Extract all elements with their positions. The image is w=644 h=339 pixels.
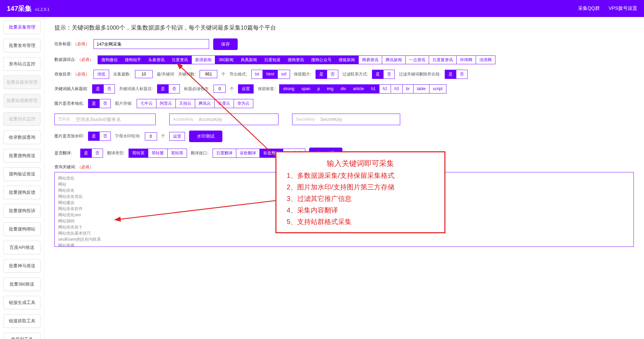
img-storage-tag[interactable]: 阿里云: [156, 99, 176, 108]
source-tag[interactable]: 一点资讯: [405, 55, 429, 64]
kw-count-unit: 个: [221, 71, 225, 77]
sidebar-item[interactable]: 批量发布管理: [3, 39, 40, 52]
source-tag[interactable]: 澎湃网: [476, 55, 495, 64]
source-tag[interactable]: 搜狐新闻: [335, 55, 359, 64]
keep-tag[interactable]: h3: [391, 84, 403, 93]
source-tag[interactable]: 百度资讯: [168, 55, 192, 64]
source-tag[interactable]: 环球网: [456, 55, 476, 64]
save-button[interactable]: 保存: [213, 38, 238, 50]
source-tag[interactable]: 头条资讯: [145, 55, 168, 64]
img-storage-tag[interactable]: 百度云: [214, 99, 234, 108]
source-tag[interactable]: 360新闻: [215, 55, 237, 64]
svg-line-0: [180, 66, 275, 156]
sources-label: 数据源综合:（必填）: [54, 57, 94, 63]
export-format-tag[interactable]: html: [262, 70, 278, 79]
translate-type-tags: 简转英简转繁英转简: [129, 149, 187, 157]
keep-tag[interactable]: img: [323, 84, 337, 93]
keep-tag[interactable]: h1: [367, 84, 379, 93]
app-title-text: 147采集: [7, 5, 32, 12]
img-local-toggle[interactable]: 是否: [88, 99, 111, 108]
sidebar: 批量采集管理批量发布管理发布站点监控批量自媒体管理批量短视频管理批量排名监控收录…: [0, 17, 44, 339]
watermark-alpha-set-button[interactable]: 设置: [169, 132, 185, 141]
must-contain-label: 标题必须包含:: [184, 86, 209, 92]
keep-img-toggle[interactable]: 是否: [316, 70, 338, 79]
export-format-tag[interactable]: txt: [251, 70, 263, 79]
must-contain-set-button[interactable]: 设置: [238, 84, 254, 93]
translate-api-tag[interactable]: 百度翻译: [213, 149, 236, 157]
app-version: v1.2.9.1: [35, 7, 50, 12]
watermark-alpha-input[interactable]: [145, 132, 157, 140]
must-contain-input[interactable]: [214, 85, 226, 93]
source-tag[interactable]: 搜狗资讯: [284, 55, 308, 64]
sidebar-item[interactable]: 搜狗验证推送: [3, 167, 40, 181]
source-tag[interactable]: 网易资讯: [358, 55, 382, 64]
sidebar-item[interactable]: 批量搜狗反馈: [3, 186, 40, 199]
sidebar-item[interactable]: 收录数据查询: [3, 131, 40, 144]
keep-tag[interactable]: div: [337, 84, 350, 93]
source-tag[interactable]: 百度知道: [260, 55, 284, 64]
keywords-textarea[interactable]: [54, 172, 634, 247]
export-format-tag[interactable]: xxf: [277, 70, 290, 79]
source-tag[interactable]: 新浪新闻: [191, 55, 215, 64]
keep-tag[interactable]: span: [298, 84, 314, 93]
translate-type-tag[interactable]: 简转英: [129, 149, 148, 157]
sidebar-item[interactable]: 伪原创工具: [3, 333, 40, 339]
img-storage-tag[interactable]: 华为云: [234, 99, 253, 108]
source-tag[interactable]: 搜狗公众号: [307, 55, 335, 64]
keep-tag[interactable]: table: [413, 84, 429, 93]
header-link-qq[interactable]: 采集QQ群: [578, 5, 600, 12]
img-storage-tag[interactable]: 七牛云: [137, 99, 156, 108]
keep-tag[interactable]: article: [349, 84, 368, 93]
keep-tag[interactable]: br: [402, 84, 413, 93]
source-tag[interactable]: 腾讯新闻: [382, 55, 406, 64]
translate-toggle[interactable]: 是否: [80, 149, 103, 158]
bucket-input-wrap: 空间名: [54, 114, 156, 125]
keep-tag[interactable]: script: [429, 84, 446, 93]
sidebar-item[interactable]: 批量360推送: [3, 277, 40, 291]
translate-api-tag[interactable]: 147翻译: [283, 149, 305, 157]
watermark-test-button[interactable]: 水印测试: [189, 131, 222, 142]
sidebar-item[interactable]: 批量采集管理: [3, 20, 40, 34]
sidebar-item[interactable]: 发布站点监控: [3, 57, 40, 71]
translate-type-tag[interactable]: 简转繁: [148, 149, 168, 157]
filter-contact-toggle[interactable]: 是否: [372, 70, 395, 79]
sidebar-item: 批量自媒体管理: [3, 75, 40, 89]
translate-config-button[interactable]: 接口配置: [309, 148, 342, 159]
sidebar-item[interactable]: 链接抓取工具: [3, 314, 40, 328]
task-title-input[interactable]: [94, 39, 209, 49]
watermark-toggle[interactable]: 是否: [88, 132, 111, 141]
img-storage-tag[interactable]: 腾讯云: [195, 99, 215, 108]
sidebar-item[interactable]: 批量神马推送: [3, 259, 40, 273]
source-tag[interactable]: 百度最资讯: [429, 55, 457, 64]
sidebar-item[interactable]: 链接生成工具: [3, 296, 40, 309]
sidebar-item[interactable]: 批量搜狗推送: [3, 149, 40, 163]
accesskey-input[interactable]: [197, 114, 278, 125]
secretkey-input-wrap: SecretKey: [292, 114, 400, 125]
sidebar-item[interactable]: 百度API推送: [3, 241, 40, 254]
header-link-vps[interactable]: VPS拨号设置: [609, 5, 637, 12]
sidebar-item[interactable]: 批量搜狗绑站: [3, 222, 40, 236]
source-tag[interactable]: 凤凰新闻: [237, 55, 261, 64]
insert-before-toggle[interactable]: 是否: [92, 84, 115, 94]
secretkey-input[interactable]: [318, 114, 400, 125]
bucket-input[interactable]: [74, 114, 155, 125]
browse-button[interactable]: 浏览: [94, 70, 109, 79]
keep-tag[interactable]: strong: [279, 84, 298, 93]
keep-img-label: 保留图片:: [294, 71, 311, 77]
translate-type-tag[interactable]: 英转简: [167, 149, 187, 157]
filter-contact-label: 过滤联系方式:: [342, 71, 368, 77]
source-tag[interactable]: 搜狗知乎: [121, 55, 145, 64]
filter-kw-para-toggle[interactable]: 是否: [445, 70, 468, 79]
collect-count-input[interactable]: [135, 70, 153, 78]
source-tag[interactable]: 搜狗微信: [98, 55, 121, 64]
keep-tag[interactable]: h2: [379, 84, 391, 93]
keep-tag[interactable]: p: [314, 84, 324, 93]
watermark-alpha-label: 字母水印轮询:: [115, 133, 140, 139]
translate-api-tag[interactable]: 谷歌翻译: [236, 149, 260, 157]
translate-type-label: 翻译类型:: [107, 150, 124, 156]
translate-api-tag[interactable]: 有道翻译: [259, 149, 283, 157]
kw-count-input[interactable]: [200, 70, 217, 78]
insert-after-toggle[interactable]: 是否: [157, 84, 180, 94]
sidebar-item[interactable]: 批量搜狗投诉: [3, 204, 40, 218]
img-storage-tag[interactable]: 又拍云: [175, 99, 195, 108]
